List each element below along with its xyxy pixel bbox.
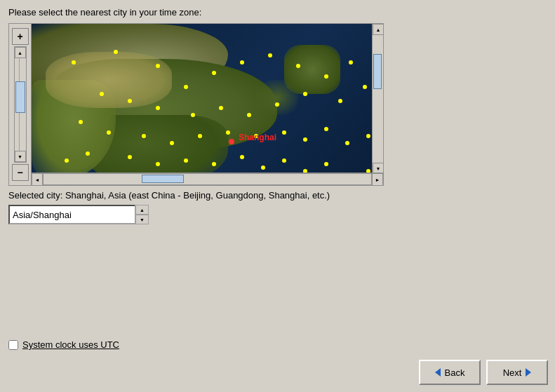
city-dot[interactable] [184, 85, 188, 89]
timezone-select-container: Asia/Shanghai Asia/Beijing Asia/Tokyo UT… [8, 205, 547, 224]
city-dot[interactable] [349, 60, 353, 65]
bottom-scrollbar[interactable]: ◄ ► [32, 173, 383, 185]
city-dot[interactable] [296, 64, 300, 68]
city-dot[interactable] [345, 141, 349, 145]
city-dot[interactable] [142, 134, 146, 138]
city-dot[interactable] [86, 151, 90, 156]
select-spinner[interactable]: ▲ ▼ [135, 205, 149, 224]
scroll-up-arrow[interactable]: ▲ [15, 47, 26, 58]
utc-label[interactable]: System clock uses UTC [22, 339, 119, 350]
utc-container: System clock uses UTC [8, 339, 119, 350]
shanghai-label: Shanghai [239, 133, 276, 142]
city-dot[interactable] [247, 113, 251, 117]
city-dot[interactable] [363, 85, 367, 89]
spin-up[interactable]: ▲ [135, 205, 149, 215]
city-dot[interactable] [107, 130, 111, 135]
city-dot[interactable] [72, 60, 76, 65]
map-canvas[interactable]: Shanghai [32, 24, 372, 173]
next-arrow-icon [526, 368, 531, 377]
city-dot[interactable] [229, 139, 234, 144]
city-dot[interactable] [240, 60, 244, 65]
zoom-out-button[interactable]: − [12, 164, 29, 181]
utc-checkbox[interactable] [8, 340, 18, 350]
scroll-down-arrow[interactable]: ▼ [15, 151, 26, 162]
city-dot[interactable] [282, 130, 286, 135]
city-dot[interactable] [219, 106, 223, 110]
city-dot[interactable] [324, 74, 328, 79]
city-dot[interactable] [240, 155, 244, 159]
map-area[interactable]: Shanghai ▲ ▼ ◄ ► [31, 23, 384, 186]
city-dot[interactable] [156, 64, 160, 68]
city-dot[interactable] [100, 92, 104, 96]
city-dot[interactable] [303, 137, 307, 142]
next-button[interactable]: Next [486, 360, 548, 385]
scroll-left-arrow[interactable]: ◄ [32, 173, 43, 186]
zoom-in-button[interactable]: + [12, 28, 29, 45]
city-dot[interactable] [198, 134, 202, 138]
city-dot[interactable] [324, 127, 328, 131]
city-dot[interactable] [212, 71, 216, 75]
bottom-buttons: Back Next [419, 360, 548, 385]
right-scroll-up[interactable]: ▲ [373, 24, 384, 35]
city-dot[interactable] [226, 130, 230, 135]
city-dot[interactable] [212, 162, 216, 166]
city-dot[interactable] [191, 113, 195, 117]
city-dot[interactable] [114, 50, 118, 54]
city-dot[interactable] [79, 120, 83, 124]
timezone-select[interactable]: Asia/Shanghai Asia/Beijing Asia/Tokyo UT… [8, 205, 149, 224]
back-button[interactable]: Back [419, 360, 481, 385]
right-scrollbar[interactable]: ▲ ▼ [372, 24, 383, 174]
city-dot[interactable] [275, 102, 279, 107]
city-dot[interactable] [156, 162, 160, 166]
page-container: Please select the nearest city in your t… [0, 0, 555, 231]
selected-city-text: Selected city: Shanghai, Asia (east Chin… [8, 190, 547, 201]
city-dot[interactable] [324, 162, 328, 166]
city-dot[interactable] [156, 106, 160, 110]
instruction-text: Please select the nearest city in your t… [8, 7, 547, 18]
city-dot[interactable] [261, 165, 265, 170]
city-dot[interactable] [128, 155, 132, 159]
city-dot[interactable] [184, 158, 188, 163]
city-dot[interactable] [338, 99, 342, 103]
city-dot[interactable] [282, 158, 286, 163]
city-dot[interactable] [303, 92, 307, 96]
city-dot[interactable] [128, 99, 132, 103]
next-label: Next [503, 367, 522, 378]
city-dot[interactable] [170, 141, 174, 145]
city-dot[interactable] [268, 53, 272, 58]
scroll-right-arrow[interactable]: ► [372, 173, 383, 186]
spin-down[interactable]: ▼ [135, 215, 149, 224]
back-arrow-icon [435, 368, 441, 377]
city-dot[interactable] [366, 134, 370, 138]
city-dot[interactable] [65, 158, 69, 163]
back-label: Back [445, 367, 465, 378]
